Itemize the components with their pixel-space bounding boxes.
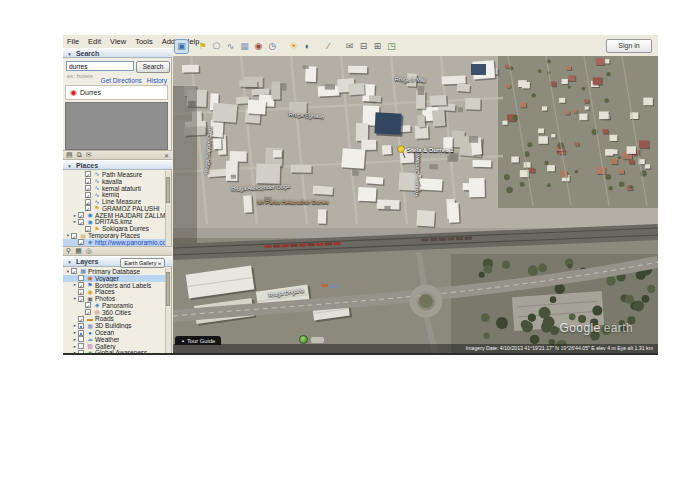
menu-tools[interactable]: Tools [135, 37, 153, 46]
globe-small-icon[interactable]: ◎ [86, 247, 92, 255]
checkbox-checked[interactable]: ✓ [85, 302, 91, 308]
historical-imagery-icon[interactable]: ◷ [266, 40, 279, 53]
tree-row-kemig[interactable]: ✓∿kemig [63, 191, 167, 198]
checkbox-partial[interactable]: ■ [78, 330, 84, 336]
checkbox-unchecked[interactable] [78, 336, 84, 342]
tree-row-global-awareness[interactable]: ▸◉Global Awareness [63, 350, 167, 353]
checkbox-checked[interactable]: ✓ [85, 205, 91, 211]
map-viewport[interactable]: Rruga Aleksander GogaIsh Parku Hekurudho… [173, 56, 658, 353]
add-polygon-icon[interactable]: ⬠ [210, 40, 223, 53]
tree-row-path-measure[interactable]: ✓∿Path Measure [63, 171, 167, 178]
tree-row-roads[interactable]: ✓▬Roads [63, 316, 167, 323]
places-panel-header[interactable]: ▼ Places [63, 160, 172, 170]
tree-label: Temporary Places [88, 232, 140, 239]
tree-row-kemal-ataturti[interactable]: ✓∿kemal ataturti [63, 185, 167, 192]
tree-row-sokiqara-durres[interactable]: ✓⚑Sokiqara Durres [63, 225, 167, 232]
menu-edit[interactable]: Edit [88, 37, 101, 46]
checkbox-unchecked[interactable] [78, 275, 84, 281]
view-in-maps-icon[interactable]: ◳ [385, 40, 398, 53]
add-placemark-icon[interactable]: ⚑ [196, 40, 209, 53]
checkbox-checked[interactable]: ✓ [85, 171, 91, 177]
email-icon[interactable]: ✉ [343, 40, 356, 53]
checkbox-checked[interactable]: ✓ [85, 309, 91, 315]
tree-row-http-www-panoramio-com-photo[interactable]: ✓◈http://www.panoramio.com/photo/20 [63, 239, 167, 246]
tree-row-temporary-places[interactable]: ▾✓▤Temporary Places [63, 232, 167, 239]
tour-guide-bar[interactable]: ▲Tour Guide [175, 336, 221, 345]
copy-icon[interactable]: ⧉ [77, 151, 82, 159]
tree-label: Photos [95, 295, 115, 302]
tree-row-ocean[interactable]: ▸■●Ocean [63, 329, 167, 336]
checkbox-checked[interactable]: ✓ [71, 268, 77, 274]
menu-add[interactable]: Add [162, 37, 175, 46]
tree-row-gallery[interactable]: ▸▧Gallery [63, 343, 167, 350]
add-path-icon[interactable]: ∿ [224, 40, 237, 53]
placemark-pushpin-icon[interactable] [395, 144, 409, 160]
tree-row-360-cities[interactable]: ✓◎360 Cities [63, 309, 167, 316]
search-places-icon[interactable]: ⚲ [66, 247, 71, 255]
checkbox-checked[interactable]: ✓ [78, 316, 84, 322]
checkbox-unchecked[interactable] [78, 350, 84, 353]
checkbox-checked[interactable]: ✓ [78, 239, 84, 245]
checkbox-checked[interactable]: ✓ [85, 199, 91, 205]
kml-icon: ◉ [86, 212, 94, 218]
places-scrollbar[interactable] [165, 171, 171, 246]
checkbox-checked[interactable]: ✓ [85, 178, 91, 184]
scrollbar-thumb[interactable] [166, 272, 170, 306]
globe-icon[interactable] [299, 335, 308, 344]
scrollbar-thumb[interactable] [166, 177, 170, 203]
hide-sidebar-icon[interactable]: ▣ [175, 40, 188, 53]
menu-file[interactable]: File [67, 37, 79, 46]
tree-row-borders-and-labels[interactable]: ▸✓⚑Borders and Labels [63, 282, 167, 289]
print-icon[interactable]: ⊟ [357, 40, 370, 53]
checkbox-checked[interactable]: ✓ [85, 226, 91, 232]
search-button[interactable]: Search [136, 61, 170, 73]
tree-row-line-measure[interactable]: ✓∿Line Measure [63, 198, 167, 205]
tree-row-3d-buildings[interactable]: ▸■▦3D Buildings [63, 322, 167, 329]
checkbox-checked[interactable]: ✓ [78, 296, 84, 302]
checkbox-checked[interactable]: ✓ [78, 219, 84, 225]
history-link[interactable]: History [147, 77, 167, 84]
tree-row-weather[interactable]: ▸☁Weather [63, 336, 167, 343]
checkbox-checked[interactable]: ✓ [85, 192, 91, 198]
tree-row-gramoz-palushi[interactable]: ✓⚑GRAMOZ PALUSHI [63, 205, 167, 212]
checkbox-checked[interactable]: ✓ [71, 233, 77, 239]
sunlight-icon[interactable]: ☀ [287, 40, 300, 53]
checkbox-checked[interactable]: ✓ [78, 289, 84, 295]
search-input[interactable] [66, 61, 134, 71]
tree-row-primary-database[interactable]: ▾✓▦Primary Database [63, 268, 167, 275]
save-image-icon[interactable]: ⊞ [371, 40, 384, 53]
tree-row-azem-hajdari-zallminer-kmz[interactable]: ▸✓◉AZEM HAJDARI ZALLMINER.kmz [63, 212, 167, 219]
sidebar: ▼ Search Search ex: hotels Get Direction… [63, 48, 172, 353]
collapse-arrow-icon: ▼ [67, 51, 72, 57]
checkbox-unchecked[interactable] [78, 343, 84, 349]
tree-row-places[interactable]: ✓◉Places [63, 288, 167, 295]
checkbox-partial[interactable]: ■ [78, 323, 84, 329]
search-panel-header[interactable]: ▼ Search [63, 48, 172, 58]
tree-label[interactable]: http://www.panoramio.com/photo/20 [95, 239, 167, 246]
planets-icon[interactable]: ◐ [301, 40, 314, 53]
checkbox-checked[interactable]: ✓ [78, 282, 84, 288]
folder-icon[interactable]: ▤ [66, 151, 73, 159]
tree-row-kavalla[interactable]: ✓∿kavalla [63, 178, 167, 185]
tree-row-panoramio[interactable]: ✓◈Panoramio [63, 302, 167, 309]
tree-row-dritas-kmz[interactable]: ▸✓◉DRITAS.kmz [63, 219, 167, 226]
layers-panel-header[interactable]: ▼ Layers Earth Gallery » [63, 256, 172, 267]
grid-view-icon[interactable]: ▦ [75, 247, 82, 255]
layers-scrollbar[interactable] [165, 268, 171, 353]
sign-in-button[interactable]: Sign in [606, 39, 652, 53]
tree-row-photos[interactable]: ▾✓▣Photos [63, 295, 167, 302]
earth-gallery-button[interactable]: Earth Gallery » [120, 258, 165, 268]
add-image-overlay-icon[interactable]: ▦ [238, 40, 251, 53]
record-tour-icon[interactable]: ◉ [252, 40, 265, 53]
checkbox-checked[interactable]: ✓ [85, 185, 91, 191]
mail-icon[interactable]: ✉ [86, 151, 92, 159]
get-directions-link[interactable]: Get Directions [101, 77, 142, 84]
menu-view[interactable]: View [110, 37, 126, 46]
checkbox-checked[interactable]: ✓ [78, 212, 84, 218]
search-result-row[interactable]: ◉ Durres [65, 85, 168, 100]
ruler-icon[interactable]: ∕ [322, 40, 335, 53]
tree-row-voyager[interactable]: ◉Voyager [63, 275, 167, 282]
collapse-arrow-icon: ▼ [67, 259, 72, 265]
close-icon[interactable]: ✕ [164, 152, 169, 159]
tree-label: Panoramio [102, 302, 133, 309]
